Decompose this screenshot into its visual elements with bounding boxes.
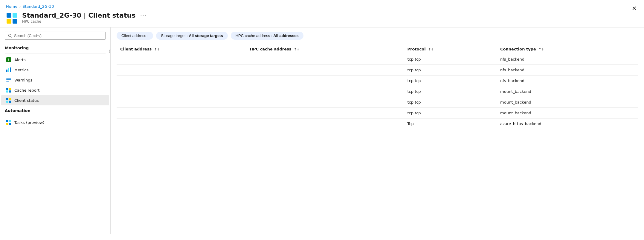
client-status-table: Client address ↑↓ HPC cache address ↑↓ P… (117, 44, 638, 129)
tasks-icon (6, 120, 11, 125)
sidebar-item-metrics-label: Metrics (14, 68, 28, 72)
col-hpc-cache-address[interactable]: HPC cache address ↑↓ (246, 44, 404, 54)
svg-rect-16 (6, 90, 8, 93)
col-connection-type-sort: ↑↓ (538, 47, 544, 51)
cell-protocol-6: Tcp (404, 119, 497, 129)
search-icon (8, 34, 12, 38)
search-box[interactable] (5, 32, 106, 40)
table-header: Client address ↑↓ HPC cache address ↑↓ P… (117, 44, 638, 54)
sidebar-item-warnings-label: Warnings (14, 78, 32, 82)
svg-rect-8 (6, 70, 7, 72)
client-status-icon (6, 98, 11, 103)
svg-rect-14 (6, 88, 8, 90)
table-row: tcp tcp mount_backend (117, 86, 638, 97)
col-protocol[interactable]: Protocol ↑↓ (404, 44, 497, 54)
svg-rect-9 (8, 68, 9, 72)
svg-rect-20 (6, 101, 8, 103)
breadcrumb-separator: › (19, 4, 21, 9)
metrics-icon (6, 67, 11, 73)
svg-rect-10 (10, 67, 11, 72)
cell-client-address-4 (117, 97, 246, 108)
svg-rect-23 (9, 120, 11, 122)
svg-rect-21 (9, 101, 11, 103)
breadcrumb-home[interactable]: Home (6, 4, 17, 9)
warnings-icon (6, 77, 11, 83)
svg-rect-22 (6, 120, 8, 122)
cell-hpc-cache-address-2 (246, 76, 404, 86)
cell-hpc-cache-address-5 (246, 108, 404, 119)
breadcrumb: Home › Standard_2G-30 (0, 0, 644, 10)
cell-client-address-2 (117, 76, 246, 86)
svg-rect-15 (9, 88, 11, 90)
search-input[interactable] (14, 33, 102, 38)
col-client-address[interactable]: Client address ↑↓ (117, 44, 246, 54)
sidebar-collapse-button[interactable]: 《 (105, 48, 112, 56)
cell-protocol-1: tcp tcp (404, 65, 497, 76)
filter-client-address-label: Client address : (121, 33, 148, 38)
cell-connection-type-4: mount_backend (497, 97, 638, 108)
table-row: tcp tcp mount_backend (117, 97, 638, 108)
col-protocol-sort: ↑↓ (428, 47, 434, 51)
sidebar-item-client-status[interactable]: Client status (1, 95, 109, 105)
cell-connection-type-3: mount_backend (497, 86, 638, 97)
col-connection-type[interactable]: Connection type ↑↓ (497, 44, 638, 54)
sidebar-item-client-status-label: Client status (14, 98, 39, 103)
cache-report-icon (6, 87, 11, 93)
svg-rect-18 (6, 98, 8, 100)
sidebar-item-tasks[interactable]: Tasks (preview) (1, 117, 109, 127)
automation-section-title: Automation (0, 105, 110, 114)
hpc-cache-icon (6, 12, 18, 24)
svg-rect-19 (9, 98, 11, 100)
sidebar-item-alerts-label: Alerts (14, 58, 26, 62)
breadcrumb-current[interactable]: Standard_2G-30 (22, 4, 54, 9)
col-hpc-cache-address-sort: ↑↓ (294, 47, 299, 51)
cell-client-address-6 (117, 119, 246, 129)
cell-connection-type-2: nfs_backend (497, 76, 638, 86)
page-header-text: Standard_2G-30 | Client status ··· HPC c… (22, 12, 638, 24)
cell-connection-type-6: azure_https_backend (497, 119, 638, 129)
filter-storage-target-prefix: Storage target : (161, 33, 189, 38)
cell-hpc-cache-address-6 (246, 119, 404, 129)
page-subtitle: HPC cache (22, 19, 638, 24)
svg-rect-0 (7, 13, 11, 18)
filter-hpc-cache-address[interactable]: HPC cache address : All addresses (231, 32, 303, 40)
cell-protocol-3: tcp tcp (404, 86, 497, 97)
sidebar-item-cache-report-label: Cache report (14, 88, 39, 93)
svg-rect-12 (6, 79, 11, 80)
svg-rect-2 (7, 19, 11, 24)
cell-client-address-1 (117, 65, 246, 76)
ellipsis-button[interactable]: ··· (138, 12, 148, 19)
svg-rect-11 (6, 78, 11, 79)
sidebar-item-cache-report[interactable]: Cache report (1, 85, 109, 95)
sidebar-item-warnings[interactable]: Warnings (1, 75, 109, 85)
sidebar-item-alerts[interactable]: ! Alerts (1, 55, 109, 65)
filter-bar: Client address : Storage target : All st… (117, 32, 638, 40)
cell-connection-type-5: mount_backend (497, 108, 638, 119)
table-row: tcp tcp nfs_backend (117, 54, 638, 65)
cell-protocol-0: tcp tcp (404, 54, 497, 65)
svg-rect-24 (6, 123, 8, 125)
filter-client-address[interactable]: Client address : (117, 32, 153, 40)
table-row: tcp tcp mount_backend (117, 108, 638, 119)
table-container: Client address ↑↓ HPC cache address ↑↓ P… (117, 44, 638, 234)
filter-storage-target[interactable]: Storage target : All storage targets (156, 32, 228, 40)
sidebar-item-tasks-label: Tasks (preview) (14, 120, 44, 125)
svg-rect-17 (9, 90, 11, 93)
svg-rect-13 (6, 81, 9, 81)
close-button[interactable]: ✕ (632, 5, 637, 11)
filter-hpc-cache-address-value: All addresses (273, 33, 299, 38)
cell-hpc-cache-address-1 (246, 65, 404, 76)
main-layout: Monitoring ! Alerts Metrics (0, 27, 644, 234)
cell-client-address-5 (117, 108, 246, 119)
sidebar-item-metrics[interactable]: Metrics (1, 65, 109, 75)
monitoring-section-title: Monitoring (0, 43, 110, 51)
cell-protocol-2: tcp tcp (404, 76, 497, 86)
cell-hpc-cache-address-4 (246, 97, 404, 108)
svg-rect-25 (9, 123, 11, 125)
content-area: Client address : Storage target : All st… (111, 27, 644, 234)
cell-client-address-0 (117, 54, 246, 65)
alerts-icon: ! (6, 57, 11, 62)
svg-text:!: ! (8, 58, 10, 61)
cell-connection-type-0: nfs_backend (497, 54, 638, 65)
sidebar: Monitoring ! Alerts Metrics (0, 27, 111, 234)
